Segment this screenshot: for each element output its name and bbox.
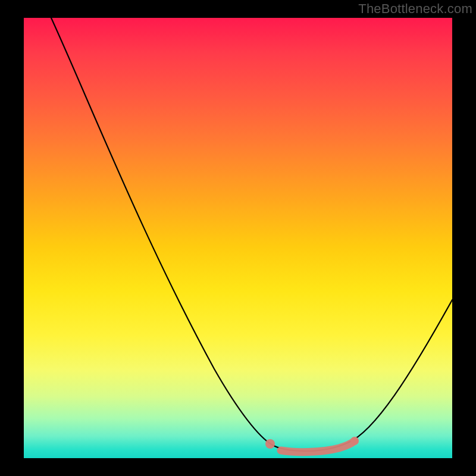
highlight-dot-left [265, 439, 275, 449]
chart-container: TheBottleneck.com [0, 0, 476, 476]
highlight-segment [281, 441, 355, 452]
plot-area [24, 18, 452, 458]
watermark-label: TheBottleneck.com [358, 1, 472, 16]
highlight-dot-right [350, 437, 359, 445]
curve-main [51, 18, 452, 451]
watermark-text: TheBottleneck.com [358, 1, 472, 17]
chart-svg [24, 18, 452, 458]
